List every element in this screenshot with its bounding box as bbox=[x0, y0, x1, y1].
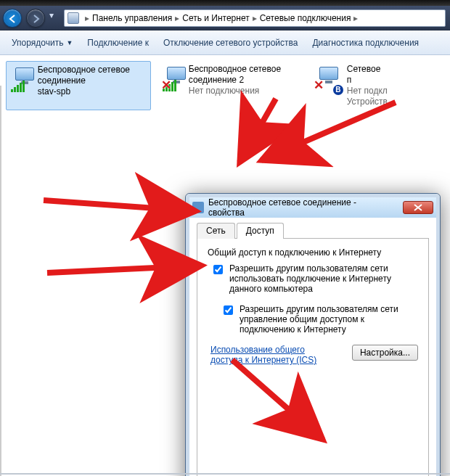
dialog-icon bbox=[192, 202, 204, 213]
svg-line-3 bbox=[47, 266, 202, 273]
close-button[interactable] bbox=[403, 201, 433, 214]
chevron-down-icon: ▼ bbox=[66, 39, 73, 46]
allow-sharing-checkbox[interactable] bbox=[213, 265, 223, 274]
connections-list: Беспроводное сетевое соединение stav-spb… bbox=[0, 55, 450, 110]
breadcrumb-control-panel[interactable]: Панель управления bbox=[92, 13, 172, 23]
dialog-title-bar[interactable]: Беспроводное сетевое соединение - свойст… bbox=[189, 197, 436, 218]
tab-bar: Сеть Доступ bbox=[197, 222, 429, 239]
disconnected-x-icon: ✕ bbox=[161, 78, 171, 93]
address-bar[interactable]: ▸ Панель управления ▸ Сеть и Интернет ▸ … bbox=[64, 9, 446, 27]
organize-button[interactable]: Упорядочить ▼ bbox=[6, 35, 78, 51]
breadcrumb-sep-icon: ▸ bbox=[85, 13, 89, 23]
tab-sharing[interactable]: Доступ bbox=[237, 223, 284, 239]
connection-status: Нет подключения bbox=[189, 86, 300, 97]
connection-detail: Устройств bbox=[347, 97, 388, 107]
diagnose-button[interactable]: Диагностика подключения bbox=[306, 35, 425, 51]
group-title: Общий доступ к подключению к Интернету bbox=[208, 247, 418, 258]
svg-line-2 bbox=[44, 200, 196, 211]
window-top-strip bbox=[0, 0, 450, 6]
allow-control-checkbox[interactable] bbox=[224, 305, 233, 315]
dialog-title: Беспроводное сетевое соединение - свойст… bbox=[208, 197, 394, 218]
back-button[interactable] bbox=[3, 9, 22, 28]
svg-line-1 bbox=[261, 102, 396, 160]
connection-item[interactable]: Беспроводное сетевое соединение stav-spb bbox=[6, 61, 151, 110]
allow-control-label: Разрешить другим пользователям сети упра… bbox=[240, 304, 418, 335]
properties-dialog: Беспроводное сетевое соединение - свойст… bbox=[185, 193, 441, 476]
connection-title: Сетевое п bbox=[347, 64, 388, 86]
forward-button[interactable] bbox=[26, 9, 45, 28]
network-icon: ✕ B bbox=[314, 64, 341, 93]
settings-button[interactable]: Настройка... bbox=[352, 345, 418, 361]
connection-title: Беспроводное сетевое соединение 2 bbox=[189, 64, 300, 86]
allow-sharing-label: Разрешить другим пользователям сети испо… bbox=[229, 263, 418, 294]
wireless-icon bbox=[9, 65, 32, 94]
history-dropdown[interactable]: ▾ bbox=[49, 10, 60, 26]
tab-page-sharing: Общий доступ к подключению к Интернету Р… bbox=[197, 239, 429, 476]
breadcrumb-sep-icon: ▸ bbox=[253, 13, 257, 23]
connection-title: Беспроводное сетевое соединение bbox=[38, 65, 147, 86]
disconnected-x-icon: ✕ bbox=[314, 78, 324, 93]
disable-device-button[interactable]: Отключение сетевого устройства bbox=[158, 35, 303, 51]
ics-help-link[interactable]: Использование общего доступа к Интернету… bbox=[210, 345, 334, 365]
connection-item[interactable]: ✕ B Сетевое п Нет подкл Устройств bbox=[311, 61, 390, 110]
connection-status: stav-spb bbox=[38, 86, 147, 97]
explorer-navbar: ▾ ▸ Панель управления ▸ Сеть и Интернет … bbox=[0, 6, 450, 30]
explorer-toolbar: Упорядочить ▼ Подключение к Отключение с… bbox=[0, 30, 450, 55]
connection-item[interactable]: ✕ Беспроводное сетевое соединение 2 Нет … bbox=[158, 61, 303, 110]
connect-to-button[interactable]: Подключение к bbox=[81, 35, 155, 51]
content-area: Беспроводное сетевое соединение stav-spb… bbox=[0, 55, 450, 475]
disable-label: Отключение сетевого устройства bbox=[163, 38, 298, 48]
connection-status: Нет подкл bbox=[347, 86, 388, 97]
breadcrumb-sep-icon: ▸ bbox=[353, 13, 358, 23]
bluetooth-badge-icon: B bbox=[333, 85, 343, 95]
control-panel-icon bbox=[68, 12, 79, 24]
connect-label: Подключение к bbox=[87, 38, 149, 48]
tab-network[interactable]: Сеть bbox=[197, 223, 235, 239]
wireless-icon: ✕ bbox=[161, 64, 183, 93]
diagnose-label: Диагностика подключения bbox=[312, 38, 419, 48]
breadcrumb-sep-icon: ▸ bbox=[175, 13, 179, 23]
organize-label: Упорядочить bbox=[12, 38, 63, 48]
breadcrumb-connections[interactable]: Сетевые подключения bbox=[260, 13, 351, 23]
breadcrumb-network[interactable]: Сеть и Интернет bbox=[182, 13, 249, 23]
